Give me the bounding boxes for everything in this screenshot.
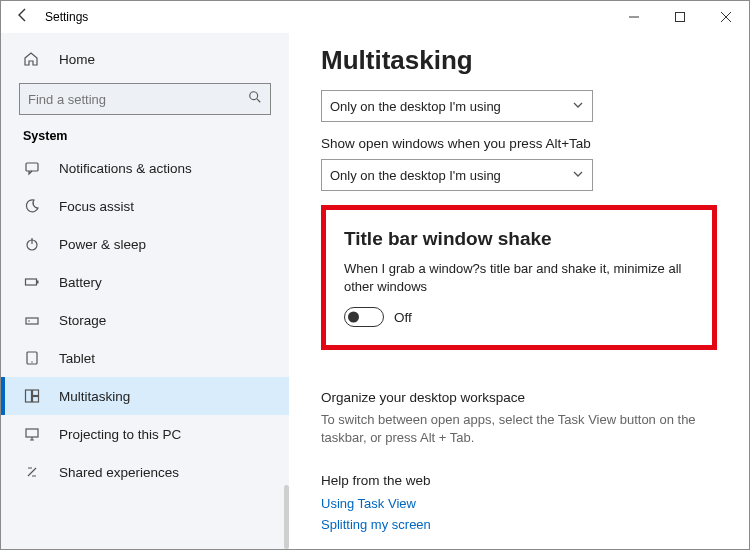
shake-toggle[interactable] [344,307,384,327]
sidebar-item-storage[interactable]: Storage [1,301,289,339]
shared-icon [23,464,41,480]
settings-window: Settings Home System Notifications & act… [0,0,750,550]
message-icon [23,160,41,176]
svg-rect-10 [37,281,39,284]
svg-point-14 [31,361,32,362]
sidebar-item-notifications[interactable]: Notifications & actions [1,149,289,187]
title-bar-shake-section: Title bar window shake When I grab a win… [321,205,717,350]
svg-rect-6 [26,163,38,171]
desktop-dropdown-1[interactable]: Only on the desktop I'm using [321,90,593,122]
sidebar: Home System Notifications & actions Focu… [1,33,289,549]
tablet-icon [23,350,41,366]
workspace-heading: Organize your desktop workspace [321,390,717,405]
sidebar-item-tablet[interactable]: Tablet [1,339,289,377]
help-link-task-view[interactable]: Using Task View [321,496,717,511]
svg-rect-9 [26,279,37,285]
sidebar-item-label: Multitasking [59,389,130,404]
minimize-button[interactable] [611,1,657,33]
dropdown-value: Only on the desktop I'm using [330,168,501,183]
chevron-down-icon [572,99,584,114]
projecting-icon [23,426,41,442]
power-icon [23,236,41,252]
chevron-down-icon [572,168,584,183]
sidebar-item-multitasking[interactable]: Multitasking [1,377,289,415]
titlebar: Settings [1,1,749,33]
sidebar-item-label: Battery [59,275,102,290]
alt-tab-dropdown[interactable]: Only on the desktop I'm using [321,159,593,191]
home-icon [23,51,41,67]
shake-toggle-row: Off [344,307,694,327]
battery-icon [23,274,41,290]
multitasking-icon [23,388,41,404]
svg-point-12 [28,320,30,322]
search-input[interactable] [28,92,248,107]
sidebar-item-label: Notifications & actions [59,161,192,176]
svg-point-4 [250,92,258,100]
alt-tab-label: Show open windows when you press Alt+Tab [321,136,717,151]
search-icon [248,90,262,108]
shake-heading: Title bar window shake [344,228,694,250]
search-box[interactable] [19,83,271,115]
window-body: Home System Notifications & actions Focu… [1,33,749,549]
svg-rect-1 [676,13,685,22]
sidebar-scrollbar[interactable] [284,485,289,549]
svg-rect-11 [26,318,38,324]
svg-line-5 [257,99,260,102]
sidebar-home-label: Home [59,52,95,67]
sidebar-item-shared-experiences[interactable]: Shared experiences [1,453,289,491]
sidebar-item-focus-assist[interactable]: Focus assist [1,187,289,225]
sidebar-item-projecting[interactable]: Projecting to this PC [1,415,289,453]
svg-rect-16 [33,390,39,396]
maximize-button[interactable] [657,1,703,33]
sidebar-item-label: Storage [59,313,106,328]
svg-rect-15 [26,390,32,402]
sidebar-item-power-sleep[interactable]: Power & sleep [1,225,289,263]
help-heading: Help from the web [321,473,717,488]
sidebar-item-label: Shared experiences [59,465,179,480]
sidebar-item-label: Tablet [59,351,95,366]
sidebar-category-title: System [1,129,289,149]
page-title: Multitasking [321,45,717,76]
shake-description: When I grab a window?s title bar and sha… [344,260,694,295]
close-button[interactable] [703,1,749,33]
window-title: Settings [45,10,88,24]
main-content: Multitasking Only on the desktop I'm usi… [289,33,749,549]
shake-toggle-state: Off [394,310,412,325]
storage-icon [23,312,41,328]
sidebar-item-battery[interactable]: Battery [1,263,289,301]
sidebar-item-label: Focus assist [59,199,134,214]
help-link-splitting[interactable]: Splitting my screen [321,517,717,532]
svg-rect-18 [26,429,38,437]
back-button[interactable] [1,7,45,27]
workspace-body: To switch between open apps, select the … [321,411,717,447]
svg-rect-17 [33,397,39,403]
sidebar-nav: Notifications & actions Focus assist Pow… [1,149,289,549]
sidebar-item-label: Power & sleep [59,237,146,252]
dropdown-value: Only on the desktop I'm using [330,99,501,114]
sidebar-home[interactable]: Home [1,41,289,77]
moon-icon [23,198,41,214]
sidebar-item-label: Projecting to this PC [59,427,181,442]
